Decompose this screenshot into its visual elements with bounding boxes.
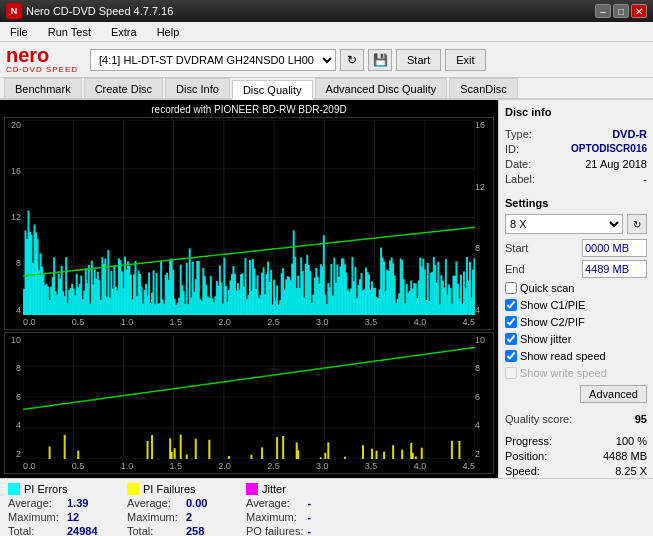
right-panel: Disc info Type: DVD-R ID: OPTODISCR016 D… [498,100,653,478]
advanced-button[interactable]: Advanced [580,385,647,403]
toolbar: nero CD·DVD SPEED [4:1] HL-DT-ST DVDRAM … [0,42,653,78]
close-button[interactable]: ✕ [631,4,647,18]
save-icon[interactable]: 💾 [368,49,392,71]
maximize-button[interactable]: □ [613,4,629,18]
pif-max-label: Maximum: [127,511,182,523]
tabs: Benchmark Create Disc Disc Info Disc Qua… [0,78,653,100]
quality-score-label: Quality score: [505,413,572,425]
pi-max-value: 12 [67,511,107,523]
pif-total-value: 258 [186,525,226,536]
start-mb-input[interactable] [582,239,647,257]
show-c1-pie-label: Show C1/PIE [520,299,585,311]
jitter-color [246,483,258,495]
quick-scan-checkbox[interactable] [505,282,517,294]
date-label: Date: [505,158,531,170]
menu-extra[interactable]: Extra [105,25,143,39]
menu-file[interactable]: File [4,25,34,39]
chart-area: recorded with PIONEER BD-RW BDR-209D 20 … [0,100,498,478]
bx-label-05: 0.5 [72,461,85,473]
pi-errors-label: PI Errors [24,483,67,495]
legend-area: PI Errors Average: 1.39 Maximum: 12 Tota… [0,478,653,536]
progress-label: Progress: [505,435,552,447]
y-label-4: 4 [5,305,21,315]
drive-select[interactable]: [4:1] HL-DT-ST DVDRAM GH24NSD0 LH00 [90,49,336,71]
bx-label-25: 2.5 [267,461,280,473]
bx-label-30: 3.0 [316,461,329,473]
menu-run-test[interactable]: Run Test [42,25,97,39]
speed-select[interactable]: 8 X [505,214,623,234]
by-right-6: 6 [475,392,491,402]
bottom-chart-canvas [23,335,475,459]
x-label-25: 2.5 [267,317,280,329]
by-right-10: 10 [475,335,491,345]
x-label-20: 2.0 [218,317,231,329]
pif-total-label: Total: [127,525,182,536]
tab-advanced-disc-quality[interactable]: Advanced Disc Quality [315,78,448,98]
id-label: ID: [505,143,519,155]
tab-disc-info[interactable]: Disc Info [165,78,230,98]
jitter-label: Jitter [262,483,286,495]
x-label-10: 1.0 [121,317,134,329]
by-right-2: 2 [475,449,491,459]
id-value: OPTODISCR016 [571,143,647,155]
x-label-30: 3.0 [316,317,329,329]
y-label-20: 20 [5,120,21,130]
menu-bar: File Run Test Extra Help [0,22,653,42]
po-failures-label: PO failures: [246,525,303,536]
tab-disc-quality[interactable]: Disc Quality [232,80,313,100]
jitter-max-value: - [307,511,347,523]
by-right-4: 4 [475,420,491,430]
quality-score-value: 95 [635,413,647,425]
show-jitter-label: Show jitter [520,333,571,345]
bx-label-35: 3.5 [365,461,378,473]
refresh-speed-icon[interactable]: ↻ [627,214,647,234]
speed-value: 8.25 X [615,465,647,477]
start-button[interactable]: Start [396,49,441,71]
show-jitter-checkbox[interactable] [505,333,517,345]
by-label-4: 4 [5,420,21,430]
show-read-speed-checkbox[interactable] [505,350,517,362]
by-label-8: 8 [5,363,21,373]
pif-avg-label: Average: [127,497,182,509]
by-label-6: 6 [5,392,21,402]
title-text: Nero CD-DVD Speed 4.7.7.16 [26,5,173,17]
disc-label-value: - [643,173,647,185]
y-right-label-8: 8 [475,243,491,253]
tab-benchmark[interactable]: Benchmark [4,78,82,98]
end-mb-input[interactable] [582,260,647,278]
tab-scan-disc[interactable]: ScanDisc [449,78,517,98]
x-label-05: 0.5 [72,317,85,329]
pi-total-value: 24984 [67,525,107,536]
pi-avg-value: 1.39 [67,497,107,509]
by-right-8: 8 [475,363,491,373]
pi-failures-legend: PI Failures Average: 0.00 Maximum: 2 Tot… [127,483,226,536]
end-mb-label: End [505,263,525,275]
top-chart-canvas [23,120,475,315]
date-value: 21 Aug 2018 [585,158,647,170]
show-write-speed-checkbox[interactable] [505,367,517,379]
exit-button[interactable]: Exit [445,49,485,71]
pi-max-label: Maximum: [8,511,63,523]
progress-value: 100 % [616,435,647,447]
show-c2-pif-checkbox[interactable] [505,316,517,328]
x-label-0: 0.0 [23,317,36,329]
show-c1-pie-checkbox[interactable] [505,299,517,311]
x-label-15: 1.5 [169,317,182,329]
refresh-icon[interactable]: ↻ [340,49,364,71]
start-mb-label: Start [505,242,528,254]
show-read-speed-label: Show read speed [520,350,606,362]
minimize-button[interactable]: – [595,4,611,18]
bx-label-0: 0.0 [23,461,36,473]
bx-label-10: 1.0 [121,461,134,473]
by-label-10: 10 [5,335,21,345]
tab-create-disc[interactable]: Create Disc [84,78,163,98]
by-label-2: 2 [5,449,21,459]
jitter-max-label: Maximum: [246,511,301,523]
y-right-label-12: 12 [475,182,491,192]
x-label-45: 4.5 [462,317,475,329]
jitter-avg-value: - [307,497,347,509]
x-label-35: 3.5 [365,317,378,329]
menu-help[interactable]: Help [151,25,186,39]
jitter-avg-label: Average: [246,497,301,509]
show-c2-pif-label: Show C2/PIF [520,316,585,328]
